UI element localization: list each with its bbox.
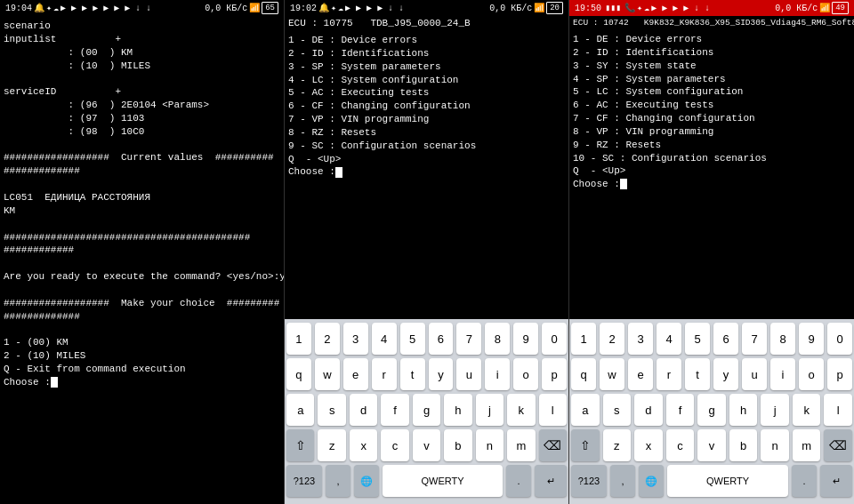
status-bar-left: 19:04 🔔 ✦ ☁ ▶ ▶ ▶ ▶ ▶ ▶ ▶ ↓ ↓ 0,0 КБ/с 📶… (0, 0, 284, 16)
key-n-right[interactable]: n (761, 429, 789, 461)
key-q-mid[interactable]: q (286, 358, 311, 390)
key-y-mid[interactable]: y (429, 358, 454, 390)
key-f-right[interactable]: f (666, 394, 695, 426)
status-bar-right: 19:50 ▮▮▮ 📞 ✦ ☁ ▶ ▶ ▶ ▶ ↓ ↓ 0,0 КБ/с 📶 4… (569, 0, 854, 16)
key-0-mid[interactable]: 0 (542, 323, 567, 355)
key-z-right[interactable]: z (603, 429, 632, 461)
globe-key-right[interactable]: 🌐 (639, 465, 664, 497)
key-e-mid[interactable]: e (343, 358, 368, 390)
key-0-right[interactable]: 0 (827, 323, 852, 355)
battery-right: 49 (832, 2, 849, 14)
key-d-mid[interactable]: d (350, 394, 377, 426)
comma-key-right[interactable]: , (610, 465, 635, 497)
key-b-right[interactable]: b (729, 429, 758, 461)
enter-key-mid[interactable]: ↵ (535, 465, 567, 497)
key-4-mid[interactable]: 4 (372, 323, 397, 355)
key-7-right[interactable]: 7 (742, 323, 767, 355)
key-2-right[interactable]: 2 (600, 323, 624, 355)
key-w-mid[interactable]: w (315, 358, 340, 390)
network-right: 0,0 КБ/с (775, 4, 818, 13)
backspace-key-mid[interactable]: ⌫ (539, 429, 567, 461)
key-e-right[interactable]: e (628, 358, 653, 390)
key-t-mid[interactable]: t (400, 358, 425, 390)
key-6-mid[interactable]: 6 (429, 323, 454, 355)
key-9-mid[interactable]: 9 (513, 323, 538, 355)
key-u-right[interactable]: u (742, 358, 767, 390)
key-r-mid[interactable]: r (372, 358, 397, 390)
key-1-mid[interactable]: 1 (286, 323, 311, 355)
comma-key-mid[interactable]: , (326, 465, 350, 497)
period-key-right[interactable]: . (792, 465, 817, 497)
key-8-mid[interactable]: 8 (485, 323, 510, 355)
key-f-mid[interactable]: f (381, 394, 408, 426)
key-a-mid[interactable]: a (286, 394, 314, 426)
key-k-right[interactable]: k (793, 394, 821, 426)
key-x-mid[interactable]: x (350, 429, 377, 461)
key-j-mid[interactable]: j (476, 394, 504, 426)
key-4-right[interactable]: 4 (657, 323, 681, 355)
key-v-mid[interactable]: v (413, 429, 440, 461)
key-5-mid[interactable]: 5 (400, 323, 425, 355)
key-9-right[interactable]: 9 (799, 323, 824, 355)
space-key-mid[interactable]: QWERTY (383, 465, 503, 497)
key-o-right[interactable]: o (799, 358, 824, 390)
key-m-mid[interactable]: m (507, 429, 535, 461)
key-w-right[interactable]: w (600, 358, 624, 390)
key-i-right[interactable]: i (770, 358, 795, 390)
ecu-header-middle: ECU : 10775 TDB_J95_0000_24_B (285, 16, 568, 30)
key-d-right[interactable]: d (634, 394, 663, 426)
key-u-mid[interactable]: u (456, 358, 481, 390)
backspace-key-right[interactable]: ⌫ (824, 429, 852, 461)
cursor-right (620, 179, 627, 189)
num-sym-key-mid[interactable]: ?123 (286, 465, 322, 497)
key-p-right[interactable]: p (827, 358, 852, 390)
enter-key-right[interactable]: ↵ (820, 465, 852, 497)
shift-key-right[interactable]: ⇧ (571, 429, 600, 461)
key-s-right[interactable]: s (603, 394, 632, 426)
keyboard-right[interactable]: 1 2 3 4 5 6 7 8 9 0 q w e r t y u i o p … (569, 319, 854, 504)
ecu-header-right: ECU : 10742 K9K832_K9K836_X95_SID305_Vdi… (569, 16, 854, 29)
time-middle: 19:02 (290, 4, 317, 13)
num-sym-key-right[interactable]: ?123 (571, 465, 607, 497)
key-7-mid[interactable]: 7 (456, 323, 481, 355)
key-c-right[interactable]: c (666, 429, 695, 461)
key-1-right[interactable]: 1 (571, 323, 596, 355)
key-m-right[interactable]: m (793, 429, 821, 461)
network-middle: 0,0 КБ/с (489, 4, 532, 13)
key-g-right[interactable]: g (697, 394, 726, 426)
key-3-right[interactable]: 3 (628, 323, 653, 355)
key-i-mid[interactable]: i (485, 358, 510, 390)
key-h-right[interactable]: h (729, 394, 758, 426)
key-y-right[interactable]: y (713, 358, 738, 390)
key-j-right[interactable]: j (761, 394, 789, 426)
key-k-mid[interactable]: k (507, 394, 535, 426)
key-t-right[interactable]: t (685, 358, 710, 390)
key-q-right[interactable]: q (571, 358, 596, 390)
period-key-mid[interactable]: . (506, 465, 531, 497)
key-a-right[interactable]: a (571, 394, 600, 426)
globe-key-mid[interactable]: 🌐 (354, 465, 379, 497)
key-g-mid[interactable]: g (413, 394, 440, 426)
key-l-right[interactable]: l (824, 394, 852, 426)
key-8-right[interactable]: 8 (770, 323, 795, 355)
key-h-mid[interactable]: h (444, 394, 471, 426)
key-2-mid[interactable]: 2 (315, 323, 340, 355)
key-x-right[interactable]: x (634, 429, 663, 461)
shift-key-mid[interactable]: ⇧ (286, 429, 314, 461)
key-o-mid[interactable]: o (513, 358, 538, 390)
key-p-mid[interactable]: p (542, 358, 567, 390)
key-b-mid[interactable]: b (444, 429, 471, 461)
key-v-right[interactable]: v (697, 429, 726, 461)
space-key-right[interactable]: QWERTY (667, 465, 788, 497)
key-n-mid[interactable]: n (476, 429, 504, 461)
keyboard-middle[interactable]: 1 2 3 4 5 6 7 8 9 0 q w e r t y u i o p … (285, 319, 568, 504)
key-l-mid[interactable]: l (539, 394, 567, 426)
key-z-mid[interactable]: z (318, 429, 345, 461)
key-5-right[interactable]: 5 (685, 323, 710, 355)
key-6-right[interactable]: 6 (713, 323, 738, 355)
key-r-right[interactable]: r (657, 358, 681, 390)
time-right: 19:50 (575, 4, 601, 13)
key-s-mid[interactable]: s (318, 394, 345, 426)
key-c-mid[interactable]: c (381, 429, 408, 461)
key-3-mid[interactable]: 3 (343, 323, 368, 355)
